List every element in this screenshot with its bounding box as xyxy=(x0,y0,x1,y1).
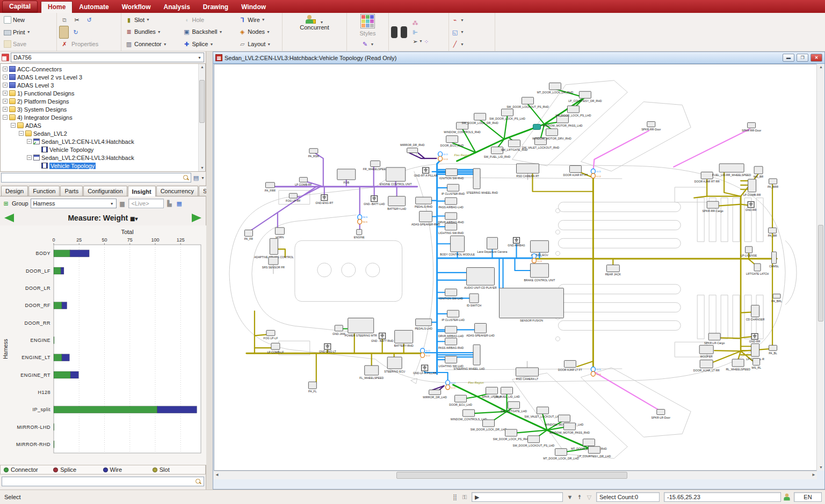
component-node[interactable]: BODY CONTROL MODULE xyxy=(440,236,475,256)
component-node[interactable]: IGNITION SW-LHD xyxy=(439,289,463,300)
tree-item[interactable]: +ADAS Level 3 xyxy=(2,81,205,89)
component-node[interactable]: GND-RR xyxy=(749,333,761,343)
cut-button[interactable]: ✂ xyxy=(71,16,82,24)
tree-item[interactable]: −Sedan_LVL2 xyxy=(2,129,205,137)
tree-item[interactable]: +ACC-Connectors xyxy=(2,65,205,73)
component-node[interactable]: LIFTGATE LATCH xyxy=(746,264,769,275)
scroll-right-arrow[interactable]: ► xyxy=(812,472,816,477)
component-node[interactable]: RSD CAMERA LT xyxy=(516,368,539,381)
collapse-icon[interactable]: − xyxy=(3,115,8,120)
component-node[interactable]: ENGINE xyxy=(354,229,365,239)
expand-icon[interactable]: + xyxy=(3,99,8,104)
component-node[interactable]: WS_RL xyxy=(751,359,761,370)
inline-connector[interactable]: ILC1ILC4 xyxy=(438,152,448,161)
next-measure-button[interactable] xyxy=(192,214,201,222)
inline-connector[interactable]: ILC5ILC4 xyxy=(591,169,601,178)
menu-item-window[interactable]: Window xyxy=(235,2,272,13)
tree-item[interactable]: +1) Functional Designs xyxy=(2,89,205,97)
component-node[interactable]: SPKR-LR-Door xyxy=(652,410,671,419)
tree-item[interactable]: Vehicle Topology xyxy=(2,162,205,170)
component-node[interactable]: FR_WHEELSPEED xyxy=(363,161,388,171)
connector-button[interactable]: ▥Connector▼ xyxy=(124,40,176,48)
zoom-window-icon[interactable]: ◱ xyxy=(451,28,459,36)
component-node[interactable]: GND AIRBAG xyxy=(508,237,525,247)
component-node[interactable]: Lane Departure Camera xyxy=(477,237,508,253)
tree-item[interactable]: −Sedan_LVL2:CEN-LVL4:Hatchback xyxy=(2,137,205,145)
filter-icon[interactable]: ▽ xyxy=(584,492,594,502)
close-button[interactable]: ✕ xyxy=(810,54,822,62)
component-node[interactable]: SPKR-RR-Door xyxy=(742,122,762,132)
playback-field[interactable]: ▶ xyxy=(472,492,563,502)
collapse-icon[interactable]: − xyxy=(11,123,16,128)
slot-button[interactable]: ▮Slot▼ xyxy=(124,16,176,24)
component-node[interactable]: BATTERY-LHD xyxy=(387,196,406,210)
component-node[interactable]: SENSOR FUSION xyxy=(500,288,564,323)
net-purple-icon[interactable]: ⁘ xyxy=(423,38,430,45)
component-node[interactable]: LIGHTING SW-RHD xyxy=(438,223,464,235)
redo-button[interactable]: ↻ xyxy=(70,28,81,36)
component-node[interactable]: AUDIO UNIT-CD PLAYER xyxy=(464,268,497,290)
component-node[interactable]: PA_RSR xyxy=(308,149,320,158)
layout-button[interactable]: ▱Layout▼ xyxy=(237,40,280,48)
group-refresh-icon[interactable]: ⊞ xyxy=(2,200,10,207)
component-node[interactable]: LP-COMB-RR xyxy=(743,179,761,196)
measure-line-icon[interactable]: ╱ xyxy=(451,40,459,48)
menu-item-drawing[interactable]: Drawing xyxy=(197,2,235,13)
component-node[interactable]: GND-RR xyxy=(746,202,757,211)
tree-scrollbar[interactable]: ▲ ▼ xyxy=(198,64,205,171)
table-icon[interactable]: ▦ xyxy=(176,200,183,207)
component-node[interactable]: IP CLUSTER-RHD xyxy=(442,184,465,195)
tab-parts[interactable]: Parts xyxy=(60,186,83,196)
net-blue-icon[interactable]: ⊩ xyxy=(411,28,419,36)
component-node[interactable]: LP-LICENSE xyxy=(741,246,757,257)
bundles-button[interactable]: ≣Bundles▼ xyxy=(124,27,176,36)
component-node[interactable]: MIRROR_DR_RHD xyxy=(400,143,425,152)
menu-item-workflow[interactable]: Workflow xyxy=(115,2,157,13)
live-field[interactable]: <Live> xyxy=(128,199,164,208)
canvas-vscrollbar[interactable]: ▲ ▼ xyxy=(816,64,824,471)
tab-design[interactable]: Design xyxy=(1,186,28,196)
component-node[interactable]: ID-SWITCH xyxy=(467,294,482,307)
pin-icon[interactable]: ☨ xyxy=(575,492,584,502)
collapse-icon[interactable]: − xyxy=(27,155,32,160)
scroll-up-arrow[interactable]: ▲ xyxy=(817,64,825,70)
component-node[interactable]: WS_BR xyxy=(754,166,764,178)
chart2-icon[interactable]: ▙ xyxy=(166,200,173,207)
component-node[interactable]: FOG LP-RF xyxy=(286,193,301,202)
expand-icon[interactable]: + xyxy=(3,75,8,79)
component-node[interactable]: POWER STEERING MTR xyxy=(345,318,377,338)
component-node[interactable]: PA_BRR xyxy=(768,179,779,188)
collapse-icon[interactable]: − xyxy=(27,139,32,144)
menu-item-home[interactable]: Home xyxy=(41,1,73,13)
undo-button[interactable]: ↺ xyxy=(84,16,95,24)
component-node[interactable]: PEDALS-RHD xyxy=(415,197,433,208)
component-node[interactable]: PEDALS-LHD xyxy=(415,319,432,330)
component-node[interactable]: GND-ENG-RT xyxy=(315,195,334,204)
tree-search-input[interactable] xyxy=(1,173,191,182)
layout-grid-icon[interactable]: ⣿ xyxy=(450,492,460,502)
project-tree[interactable]: +ACC-Connectors+ADAS Level 2 vs Level 3+… xyxy=(0,63,206,172)
expand-icon[interactable]: + xyxy=(3,67,8,71)
component-node[interactable]: FL_WHEELSPEED xyxy=(359,366,383,379)
component-node[interactable]: PA_FL xyxy=(308,382,317,393)
component-node[interactable]: CD CHANGER xyxy=(746,305,765,322)
component-node[interactable]: SPKR-RR-Door xyxy=(641,121,661,131)
paste-clipboard-icon[interactable] xyxy=(59,26,69,39)
component-node[interactable]: BRAKE CONTROL UNIT xyxy=(524,264,556,282)
component-node[interactable]: HORN xyxy=(275,228,284,239)
net-pink-icon[interactable]: ⁂ xyxy=(411,19,419,27)
component-node[interactable]: PA_BRL xyxy=(771,294,782,303)
component-node[interactable]: SW_DOOR_LOCK_PS_RHD xyxy=(493,429,530,441)
component-node[interactable]: MT_DOOR_LOCK_PS_LHD xyxy=(555,106,591,117)
component-node[interactable]: PASS AIRBAG-RHD xyxy=(438,338,464,349)
component-node[interactable]: PA_BR xyxy=(768,228,777,237)
backshell-button[interactable]: ▣Backshell▼ xyxy=(181,27,231,36)
menu-item-analysis[interactable]: Analysis xyxy=(157,2,196,13)
component-node[interactable]: DOOR_ECU_RHD xyxy=(440,136,464,147)
shield-icon[interactable]: ▼ xyxy=(565,492,575,502)
component-node[interactable]: LIGHTING SW-LHD xyxy=(438,356,464,368)
hscroll-thumb[interactable] xyxy=(396,472,627,479)
copy-button[interactable]: ⧉ xyxy=(59,16,70,24)
component-node[interactable]: SW_LIFTGATE_LHD xyxy=(501,401,527,413)
tree-item[interactable]: Vehicle Topology xyxy=(2,145,205,154)
